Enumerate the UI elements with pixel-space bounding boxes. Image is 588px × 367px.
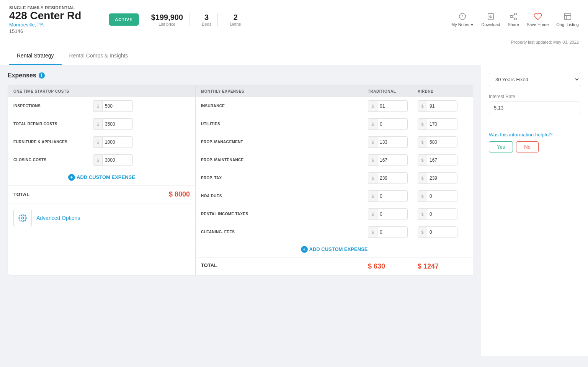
insurance-airbnb-input[interactable] [427,100,457,112]
hoa-trad-input[interactable] [377,190,408,202]
interest-rate-input[interactable] [489,102,580,114]
maintenance-airbnb-input[interactable] [427,154,457,166]
input-cell-trad: $ [368,190,418,202]
my-notes-button[interactable]: My Notes ▼ [451,12,474,27]
loan-type-select[interactable]: 30 Years Fixed 15 Years Fixed 30 Fixed Y… [489,73,580,86]
input-cell-trad: $ [368,208,418,220]
income-tax-airbnb-input[interactable] [427,208,457,220]
furniture-input[interactable] [102,136,133,148]
tax-trad-input[interactable] [377,172,408,184]
yes-button[interactable]: Yes [489,141,513,152]
income-tax-trad-input[interactable] [377,208,408,220]
baths-value: 2 [230,13,241,22]
download-icon [487,12,495,21]
repair-costs-input[interactable] [102,118,133,130]
one-time-header: ONE TIME STARTUP COSTS [8,85,195,97]
input-cell-airbnb: $ [418,208,467,220]
row-label: CLOSING COSTS [13,157,90,163]
heart-icon [534,12,542,21]
dollar-prefix: $ [93,118,102,130]
share-button[interactable]: Share [508,12,519,27]
row-label: INSURANCE [201,103,368,109]
row-label: INSPECTIONS [13,103,90,109]
one-time-costs-panel: ONE TIME STARTUP COSTS INSPECTIONS $ TOT… [8,85,196,275]
row-label: RENTAL INCOME TAXES [201,211,368,217]
dollar-prefix: $ [418,190,427,202]
dollar-prefix: $ [418,118,427,130]
property-city: Monroeville, PA [9,22,81,28]
svg-point-6 [510,16,513,18]
dollar-prefix: $ [418,226,427,238]
no-button[interactable]: No [516,141,539,152]
listing-icon [564,12,572,21]
input-cell-airbnb: $ [418,226,467,238]
add-custom-left-label: ADD CUSTOM EXPENSE [77,174,135,180]
download-label: Download [482,22,500,27]
input-cell-trad: $ [368,118,418,130]
header: Single Family Residential 428 Center Rd … [0,0,588,38]
dollar-prefix: $ [368,118,377,130]
save-home-button[interactable]: Save Home [527,12,549,27]
cleaning-trad-input[interactable] [377,226,408,238]
status-badge: ACTIVE [109,13,139,26]
table-row: INSURANCE $ $ [196,97,473,115]
helpful-section: Was this information helpful? Yes No [489,132,580,152]
svg-line-9 [512,15,514,16]
svg-point-13 [21,217,24,219]
notes-icon [458,12,467,21]
table-row: HOA DUES $ $ [196,187,473,205]
utilities-airbnb-input[interactable] [427,118,457,130]
plus-icon: + [301,246,308,253]
mgmt-airbnb-input[interactable] [427,136,457,148]
dollar-prefix: $ [418,136,427,148]
add-custom-expense-right-button[interactable]: + ADD CUSTOM EXPENSE [301,246,368,253]
dollar-prefix: $ [368,226,377,238]
svg-line-8 [512,17,514,19]
row-label: FURNITURE & APPLIANCES [13,139,90,145]
utilities-trad-input[interactable] [377,118,408,130]
table-row: PROP. MANAGEMENT $ $ [196,133,473,151]
inspections-input[interactable] [102,100,133,112]
orig-listing-button[interactable]: Orig. Listing [556,12,579,27]
add-custom-right-label: ADD CUSTOM EXPENSE [309,246,368,252]
insurance-trad-input[interactable] [377,100,408,112]
advanced-options-label[interactable]: Advanced Options [36,215,80,221]
mgmt-trad-input[interactable] [377,136,408,148]
monthly-expenses-panel: MONTHLY EXPENSES TRADITIONAL AIRBNB INSU… [196,85,473,275]
input-cell-airbnb: $ [418,172,467,184]
plus-icon: + [68,174,75,181]
closing-costs-input[interactable] [102,154,133,166]
dollar-prefix: $ [368,136,377,148]
input-cell-airbnb: $ [418,118,467,130]
download-button[interactable]: Download [482,12,500,27]
share-icon [509,12,518,21]
beds-value: 3 [202,13,211,22]
list-price-label: List price [151,22,183,26]
row-label: PROP. MANAGEMENT [201,139,368,145]
tab-rental-strategy[interactable]: Rental Strategy [9,47,62,65]
svg-point-5 [514,13,517,15]
input-cell: $ [93,136,190,148]
add-custom-expense-left-button[interactable]: + ADD CUSTOM EXPENSE [68,174,135,181]
maintenance-trad-input[interactable] [377,154,408,166]
left-total-value: $ 8000 [169,190,190,198]
interest-rate-label: Interest Rate [489,94,580,99]
svg-point-7 [514,18,517,20]
tax-airbnb-input[interactable] [427,172,457,184]
my-notes-label: My Notes ▼ [451,22,474,27]
beds-block: 3 Beds [196,13,218,26]
input-cell-trad: $ [368,226,418,238]
share-label: Share [508,22,519,27]
dollar-prefix: $ [418,172,427,184]
tab-rental-comps[interactable]: Rental Comps & Insights [62,47,136,65]
expenses-card: ONE TIME STARTUP COSTS INSPECTIONS $ TOT… [8,85,473,275]
tabs-bar: Rental Strategy Rental Comps & Insights [0,47,588,65]
traditional-header-label: TRADITIONAL [368,89,418,93]
cleaning-airbnb-input[interactable] [427,226,457,238]
sidebar: 30 Years Fixed 15 Years Fixed 30 Fixed Y… [481,65,588,356]
svg-rect-10 [564,13,571,20]
dollar-prefix: $ [368,154,377,166]
hoa-airbnb-input[interactable] [427,190,457,202]
input-cell-trad: $ [368,172,418,184]
gear-box[interactable] [13,209,32,227]
